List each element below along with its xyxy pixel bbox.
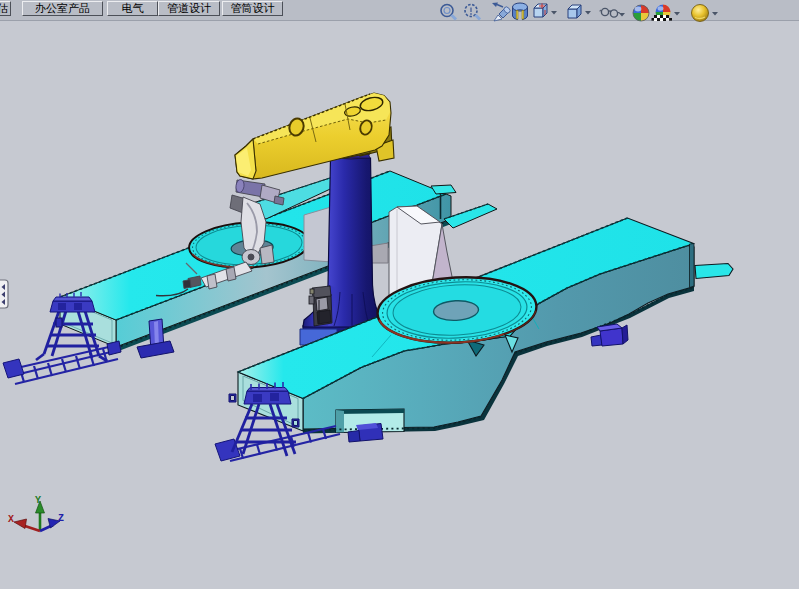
svg-text:X: X (8, 514, 14, 525)
svg-text:Y: Y (35, 495, 41, 506)
svg-text:Z: Z (58, 513, 64, 524)
